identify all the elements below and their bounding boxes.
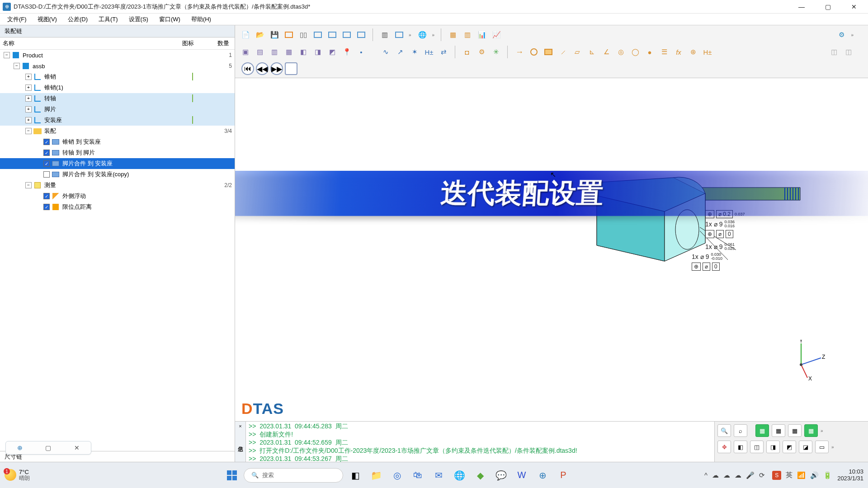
open-button[interactable]: 📂 (253, 28, 267, 42)
checkbox-icon[interactable]: ✓ (43, 160, 50, 167)
win1-button[interactable] (311, 28, 325, 42)
explorer-pin[interactable]: 📁 (368, 467, 385, 484)
dim-arrow-button[interactable]: → (513, 45, 526, 59)
expander-icon[interactable]: + (25, 84, 32, 91)
more-icon[interactable]: » (430, 33, 437, 38)
report-button[interactable]: 📈 (490, 28, 503, 42)
onedrive-icon[interactable]: ☁ (712, 471, 719, 479)
menu-file[interactable]: 文件(F) (3, 14, 31, 24)
box2-button[interactable]: ◫ (842, 45, 855, 59)
expander-icon[interactable]: − (4, 52, 10, 58)
tree-node-asm-item[interactable]: ✓ 锥销 到 安装座 (0, 136, 235, 147)
dim-stack-button[interactable]: ☰ (657, 45, 671, 59)
adjust-button[interactable]: ⇄ (437, 45, 450, 59)
barrel-button[interactable]: ◘ (460, 45, 474, 59)
menu-settings[interactable]: 设置(S) (124, 14, 153, 24)
dim-olap-button[interactable]: ◎ (614, 45, 627, 59)
menu-tolerance[interactable]: 公差(D) (63, 14, 92, 24)
close-button[interactable]: ✕ (847, 2, 861, 12)
powerpoint-pin[interactable]: P (555, 467, 572, 484)
tree-node-meas-item[interactable]: ✓ 外侧浮动 (0, 191, 235, 202)
orient-back-button[interactable]: ◪ (799, 441, 812, 453)
expander-icon[interactable]: − (14, 63, 20, 69)
view-grid2-button[interactable]: ▦ (772, 424, 785, 437)
menu-view[interactable]: 视图(V) (33, 14, 61, 24)
win4-button[interactable] (354, 28, 368, 42)
forward-button[interactable]: ▶▶ (270, 62, 283, 75)
dot-button[interactable]: • (354, 45, 368, 59)
compare-button[interactable]: ▯▯ (297, 28, 310, 42)
view-grid3-button[interactable]: ▦ (788, 424, 802, 437)
arrow-button[interactable]: ↗ (393, 45, 407, 59)
new-file-button[interactable]: 📄 (239, 28, 252, 42)
face4-button[interactable]: ▦ (282, 45, 296, 59)
point-button[interactable]: 📍 (340, 45, 354, 59)
orient-bottom-button[interactable]: ▭ (815, 441, 829, 453)
view-multi-button[interactable]: ▥ (378, 28, 392, 42)
dim-perp-button[interactable]: ⊾ (585, 45, 599, 59)
menu-window[interactable]: 窗口(W) (155, 14, 185, 24)
axis-gizmo[interactable]: Y Z X (791, 340, 827, 380)
minimize-button[interactable]: — (795, 2, 808, 12)
tree-node-part[interactable]: + 安装座 (0, 115, 235, 126)
star-button[interactable]: ✶ (408, 45, 421, 59)
tree-node-part[interactable]: + 锥销 (0, 71, 235, 82)
dim-h-button[interactable]: H± (701, 45, 714, 59)
cube2-button[interactable]: ◨ (311, 45, 325, 59)
sidebar-tab-assembly-chain[interactable]: 装配链 (0, 25, 235, 38)
wechat-pin[interactable]: 💬 (492, 467, 509, 484)
gear2-button[interactable]: ⚙ (475, 45, 488, 59)
battery-icon[interactable]: 🔋 (823, 471, 832, 479)
taskbar-search[interactable]: 🔍 搜索 (244, 468, 343, 483)
dim-circle-button[interactable] (527, 45, 541, 59)
mini-max-icon[interactable]: ▢ (39, 443, 57, 453)
tree-node-assb[interactable]: − assb 5 (0, 61, 235, 71)
spark-button[interactable]: ✳ (489, 45, 503, 59)
mini-app-icon[interactable]: ⊕ (11, 443, 29, 453)
chart-button[interactable]: 📊 (475, 28, 489, 42)
view-single-button[interactable] (392, 28, 406, 42)
menu-help[interactable]: 帮助(H) (187, 14, 216, 24)
tree-node-asm-item[interactable]: ✓ 脚片合件 到 安装座(copy) (0, 169, 235, 180)
tree-node-part[interactable]: + 脚片 (0, 104, 235, 115)
word-pin[interactable]: W (513, 467, 530, 484)
dim-tgt-button[interactable]: ⊛ (686, 45, 700, 59)
mini-window-bar[interactable]: ⊕ ▢ ✕ (5, 441, 91, 455)
store-pin[interactable]: 🛍 (409, 467, 426, 484)
curve1-button[interactable]: ∿ (379, 45, 392, 59)
expander-icon[interactable]: − (25, 128, 32, 134)
volume-icon[interactable]: 🔊 (810, 471, 819, 479)
cloud2-icon[interactable]: ☁ (735, 471, 741, 479)
dim-fx-button[interactable]: fx (672, 45, 685, 59)
rewind-start-button[interactable]: ⏮ (241, 62, 254, 75)
orient-side-button[interactable]: ◨ (766, 441, 780, 453)
tree-node-product[interactable]: − Product 1 (0, 50, 235, 61)
log-tab[interactable]: × 信息 (235, 422, 246, 462)
dim-rect-button[interactable] (542, 45, 555, 59)
checkbox-icon[interactable]: ✓ (43, 171, 50, 178)
dim-ang2-button[interactable]: ∠ (599, 45, 613, 59)
edge-pin[interactable]: 🌐 (451, 467, 468, 484)
dtas-pin[interactable]: ⊕ (534, 467, 551, 484)
ime-icon[interactable]: S (772, 471, 781, 480)
orient-top-button[interactable]: ◩ (783, 441, 796, 453)
dim-fill-button[interactable]: ● (643, 45, 656, 59)
mail-pin[interactable]: ✉ (430, 467, 447, 484)
more-icon[interactable]: » (407, 33, 413, 38)
view-grid1-button[interactable]: ▦ (755, 424, 769, 437)
wifi-icon[interactable]: 📶 (797, 471, 806, 479)
cloud-icon[interactable]: ☁ (723, 471, 730, 479)
rewind-button[interactable]: ◀◀ (256, 62, 269, 75)
3d-viewport[interactable]: ⊕ ⌀ 0.2 0.037 1x ⌀ 9 0.0360.016 ⊕ ⌀ 0 1x (235, 78, 868, 421)
expander-icon[interactable]: + (25, 117, 32, 123)
tree-node-meas-item[interactable]: ✓ 限位点距离 (0, 202, 235, 212)
checkbox-icon[interactable]: ✓ (43, 204, 50, 210)
save-button[interactable]: 💾 (268, 28, 281, 42)
orient-iso-button[interactable]: ◧ (734, 441, 747, 453)
close-icon[interactable]: × (238, 423, 243, 429)
mini-close-icon[interactable]: ✕ (68, 443, 86, 453)
tree-node-part[interactable]: + 锥销(1) (0, 82, 235, 93)
face3-button[interactable]: ▥ (268, 45, 281, 59)
expander-icon[interactable]: + (25, 95, 32, 102)
view-grid4-button[interactable]: ▦ (804, 424, 818, 437)
